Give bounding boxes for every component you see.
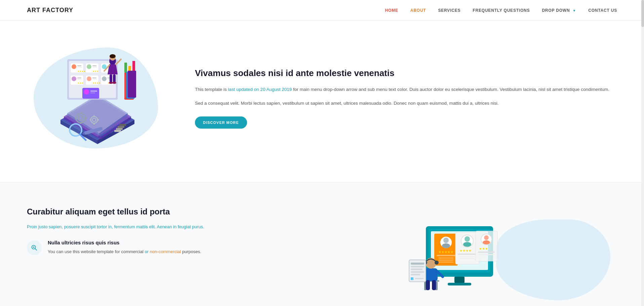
svg-rect-118	[424, 268, 438, 281]
section1-heading: Vivamus sodales nisi id ante molestie ve…	[195, 67, 617, 79]
svg-point-108	[484, 235, 489, 240]
svg-rect-55	[113, 74, 116, 83]
section2-illustration: ★★★★★ ★★★★ ★★★	[322, 206, 617, 300]
svg-rect-29	[77, 79, 82, 80]
svg-rect-43	[90, 91, 97, 92]
svg-rect-82	[119, 124, 126, 126]
svg-rect-66	[75, 117, 77, 119]
svg-rect-103	[458, 253, 477, 255]
svg-rect-95	[438, 258, 454, 259]
svg-point-109	[483, 240, 490, 244]
svg-text:★★★★★: ★★★★★	[438, 250, 453, 254]
nav-link-home[interactable]: HOME	[385, 8, 398, 13]
svg-rect-131	[411, 274, 420, 275]
svg-rect-65	[80, 122, 82, 124]
svg-point-12	[72, 64, 76, 69]
svg-point-17	[87, 64, 91, 69]
isometric-illustration-1: ★★★★ ★★★ ★★★★★ ★★★	[40, 46, 155, 150]
svg-rect-112	[479, 254, 493, 255]
svg-rect-45	[124, 63, 127, 73]
svg-point-92	[442, 243, 450, 248]
svg-text:★★★★: ★★★★	[77, 70, 85, 72]
svg-text:★★★★: ★★★★	[459, 249, 472, 252]
nav-item-about[interactable]: ABOUT	[410, 7, 426, 13]
nav-item-services[interactable]: SERVICES	[438, 7, 460, 13]
svg-rect-61	[125, 74, 125, 98]
svg-rect-134	[415, 278, 424, 279]
section1-para1: This template is last updated on 20 Augu…	[195, 86, 617, 94]
nav-link-contact[interactable]: CONTACT US	[588, 8, 617, 13]
svg-rect-19	[92, 67, 97, 68]
scrollbar-thumb[interactable]	[641, 0, 644, 27]
svg-rect-130	[411, 271, 424, 273]
chevron-down-icon: ▼	[573, 9, 576, 12]
svg-rect-70	[93, 115, 95, 117]
section2-content: Curabitur aliquam eget tellus id porta P…	[27, 206, 322, 256]
section-about: ★★★★ ★★★ ★★★★★ ★★★	[0, 21, 644, 182]
svg-rect-127	[411, 263, 424, 265]
svg-rect-34	[92, 79, 97, 80]
svg-rect-96	[438, 260, 454, 261]
svg-rect-71	[93, 123, 95, 125]
nav-item-faq[interactable]: FREQUENTLY QUESTIONS	[473, 7, 530, 13]
section1-para2: Sed a consequat velit. Morbi lectus sapi…	[195, 100, 617, 107]
section-features: Curabitur aliquam eget tellus id porta P…	[0, 182, 644, 306]
svg-text:✓: ✓	[411, 278, 413, 280]
scrollbar-track	[641, 0, 644, 306]
svg-rect-18	[92, 65, 96, 66]
feature-icon-wrap	[27, 240, 42, 255]
svg-rect-104	[459, 256, 475, 257]
isometric-illustration-2: ★★★★★ ★★★★ ★★★	[406, 206, 533, 300]
svg-rect-60	[128, 71, 136, 98]
feature-text: Nulla ultricies risus quis risus You can…	[48, 240, 201, 255]
discover-more-button[interactable]: DISCOVER MORE	[195, 116, 247, 129]
svg-point-57	[112, 82, 116, 84]
svg-rect-94	[437, 255, 455, 256]
svg-rect-72	[90, 119, 91, 121]
svg-point-37	[102, 76, 107, 81]
svg-rect-114	[448, 283, 471, 285]
nav-link-services[interactable]: SERVICES	[438, 8, 460, 13]
svg-point-50	[110, 54, 116, 58]
svg-rect-80	[116, 128, 123, 130]
svg-rect-13	[77, 65, 81, 66]
svg-rect-128	[411, 266, 424, 267]
svg-point-100	[465, 236, 470, 242]
svg-rect-28	[77, 77, 81, 78]
svg-rect-33	[92, 77, 96, 78]
site-logo[interactable]: ART FACTORY	[27, 7, 73, 14]
section2-heading: Curabitur aliquam eget tellus id porta	[27, 206, 302, 217]
svg-rect-14	[77, 67, 82, 68]
nav-link-about[interactable]: ABOUT	[410, 8, 426, 13]
svg-rect-44	[90, 93, 95, 93]
svg-rect-129	[411, 269, 422, 270]
nav-link-dropdown[interactable]: DROP DOWN ▼	[542, 8, 576, 13]
section1-link[interactable]: last updated on 20 August 2019	[228, 87, 292, 92]
svg-point-27	[72, 76, 76, 81]
svg-text:★★★: ★★★	[479, 247, 488, 250]
feature-item: Nulla ultricies risus quis risus You can…	[27, 240, 302, 255]
svg-text:★★★: ★★★	[77, 82, 83, 84]
nav-item-dropdown[interactable]: DROP DOWN ▼	[542, 7, 576, 13]
svg-point-121	[435, 261, 439, 265]
commercial-link[interactable]: or	[145, 249, 149, 254]
svg-point-85	[33, 247, 34, 248]
svg-point-91	[443, 238, 449, 243]
nav-item-contact[interactable]: CONTACT US	[588, 7, 617, 13]
svg-line-84	[35, 249, 37, 250]
nav-item-home[interactable]: HOME	[385, 7, 398, 13]
svg-rect-113	[454, 277, 465, 283]
svg-rect-79	[114, 130, 121, 132]
svg-rect-73	[97, 119, 99, 121]
nav-link-faq[interactable]: FREQUENTLY QUESTIONS	[473, 8, 530, 13]
svg-rect-125	[432, 280, 436, 290]
svg-rect-54	[110, 74, 112, 83]
svg-rect-81	[118, 126, 124, 128]
svg-point-32	[87, 76, 91, 81]
svg-point-42	[84, 89, 89, 95]
section1-illustration: ★★★★ ★★★ ★★★★★ ★★★	[27, 41, 168, 155]
svg-point-101	[463, 242, 471, 247]
svg-text:★★★★: ★★★★	[92, 82, 100, 84]
section2-subtitle: Proin justo sapien, posuere suscipit tor…	[27, 224, 302, 231]
section1-content: Vivamus sodales nisi id ante molestie ve…	[168, 67, 617, 129]
